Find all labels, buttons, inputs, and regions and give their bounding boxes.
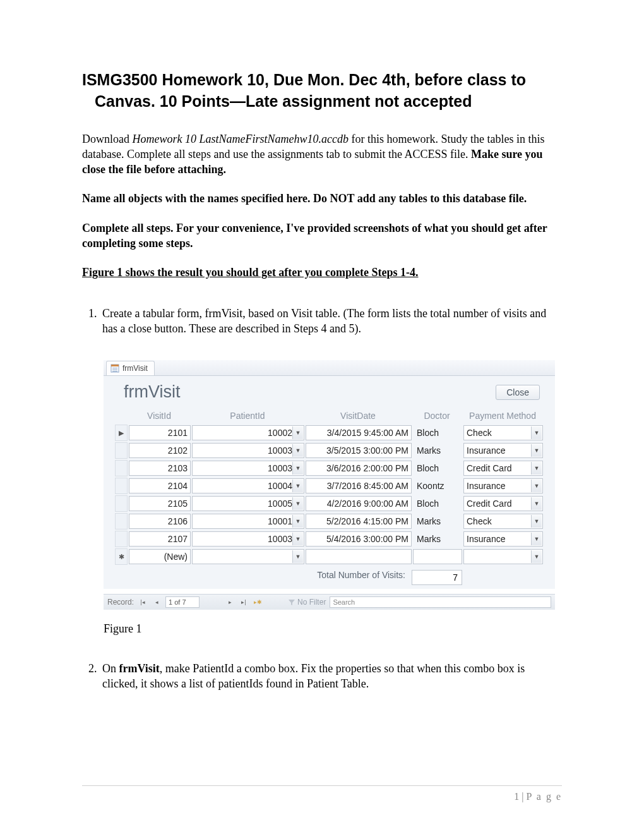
figure-intro: Figure 1 shows the result you should get… (82, 265, 562, 280)
visitid-cell[interactable]: 2104 (129, 478, 191, 493)
chevron-down-icon[interactable]: ▼ (292, 426, 303, 439)
visitdate-cell[interactable]: 3/4/2015 9:45:00 AM (306, 425, 412, 440)
table-row: 210210003▼3/5/2015 3:00:00 PMMarksInsura… (115, 442, 544, 459)
row-selector[interactable] (115, 531, 128, 547)
table-row: ✱(New)▼▼ (115, 548, 544, 565)
chevron-down-icon[interactable]: ▼ (531, 497, 542, 510)
chevron-down-icon[interactable]: ▼ (531, 515, 542, 528)
chevron-down-icon[interactable]: ▼ (292, 515, 303, 528)
search-input[interactable]: Search (330, 596, 551, 608)
visitdate-cell[interactable]: 3/5/2015 3:00:00 PM (306, 443, 412, 458)
visitdate-cell[interactable]: 5/2/2016 4:15:00 PM (306, 514, 412, 529)
row-selector[interactable]: ▶ (115, 425, 128, 441)
patientid-combo[interactable]: 10003▼ (192, 531, 304, 547)
payment-combo[interactable]: Insurance▼ (463, 478, 543, 493)
chevron-down-icon[interactable]: ▼ (292, 533, 303, 545)
doctor-cell[interactable]: Bloch (413, 425, 462, 440)
payment-combo[interactable]: Credit Card▼ (463, 496, 543, 511)
payment-combo[interactable]: Check▼ (463, 425, 543, 440)
nav-first-icon[interactable]: |◂ (138, 597, 148, 607)
row-selector[interactable] (115, 495, 128, 512)
visitdate-cell[interactable]: 3/6/2016 2:00:00 PM (306, 461, 412, 476)
header-visitdate: VisitDate (304, 409, 412, 422)
tab-label: frmVisit (122, 364, 148, 373)
patientid-combo[interactable]: 10004▼ (192, 478, 304, 493)
visitdate-cell[interactable]: 5/4/2016 3:00:00 PM (306, 531, 412, 547)
visitdate-cell[interactable] (306, 549, 412, 564)
nav-new-icon[interactable]: ▸✱ (253, 597, 263, 607)
chevron-down-icon[interactable]: ▼ (531, 444, 542, 457)
filter-text: No Filter (297, 598, 326, 607)
record-label: Record: (107, 598, 134, 607)
total-label: Total Number of Visits: (128, 570, 412, 585)
visitid-cell[interactable]: 2106 (129, 514, 191, 529)
chevron-down-icon[interactable]: ▼ (292, 480, 303, 492)
doctor-cell[interactable]: Koontz (413, 478, 462, 493)
chevron-down-icon[interactable]: ▼ (292, 444, 303, 457)
doctor-cell[interactable]: Marks (413, 531, 462, 547)
patientid-combo[interactable]: 10003▼ (192, 461, 304, 476)
record-position[interactable]: 1 of 7 (165, 596, 200, 608)
record-navigator: Record: |◂ ◂ 1 of 7 ▸ ▸| ▸✱ No Filter Se… (104, 594, 555, 610)
patientid-combo[interactable]: 10003▼ (192, 443, 304, 458)
chevron-down-icon[interactable]: ▼ (292, 462, 303, 474)
patientid-combo[interactable]: 10002▼ (192, 425, 304, 440)
row-selector[interactable] (115, 478, 128, 494)
row-selector[interactable] (115, 460, 128, 476)
filter-icon (288, 598, 295, 606)
tab-frmvisit[interactable]: frmVisit (106, 361, 155, 375)
step-2-bold: frmVisit (119, 662, 160, 675)
doctor-cell[interactable]: Marks (413, 443, 462, 458)
patientid-combo[interactable]: ▼ (192, 549, 304, 564)
filter-indicator[interactable]: No Filter (288, 598, 326, 607)
visitdate-cell[interactable]: 4/2/2016 9:00:00 AM (306, 496, 412, 511)
visitid-cell[interactable]: 2103 (129, 461, 191, 476)
visitid-cell[interactable]: 2105 (129, 496, 191, 511)
visitdate-cell[interactable]: 3/7/2016 8:45:00 AM (306, 478, 412, 493)
visitid-cell[interactable]: (New) (129, 549, 191, 564)
payment-combo[interactable]: ▼ (463, 549, 543, 564)
doctor-cell[interactable]: Bloch (413, 496, 462, 511)
complete-note: Complete all steps. For your convenience… (82, 221, 562, 251)
form-title: frmVisit (124, 382, 181, 402)
chevron-down-icon[interactable]: ▼ (531, 462, 542, 474)
doctor-cell[interactable] (413, 549, 462, 564)
header-payment: Payment Method (462, 409, 543, 422)
page-footer: 1 | P a g e (82, 785, 562, 802)
table-row: ▶210110002▼3/4/2015 9:45:00 AMBlochCheck… (115, 425, 544, 441)
step-2: On frmVisit, make PatientId a combo box.… (100, 661, 562, 692)
form-icon (110, 364, 119, 373)
row-selector[interactable] (115, 513, 128, 529)
chevron-down-icon[interactable]: ▼ (531, 550, 542, 563)
svg-rect-1 (111, 365, 119, 366)
payment-combo[interactable]: Insurance▼ (463, 443, 543, 458)
visitid-cell[interactable]: 2101 (129, 425, 191, 440)
visitid-cell[interactable]: 2102 (129, 443, 191, 458)
intro-download-pre: Download (82, 133, 133, 145)
chevron-down-icon[interactable]: ▼ (531, 480, 542, 492)
visitid-cell[interactable]: 2107 (129, 531, 191, 547)
payment-combo[interactable]: Insurance▼ (463, 531, 543, 547)
table-row: 210410004▼3/7/2016 8:45:00 AMKoontzInsur… (115, 478, 544, 494)
row-selector[interactable] (115, 442, 128, 459)
chevron-down-icon[interactable]: ▼ (531, 533, 542, 545)
figure-caption: Figure 1 (104, 622, 562, 636)
chevron-down-icon[interactable]: ▼ (531, 426, 542, 439)
naming-note: Name all objects with the names specifie… (82, 191, 562, 206)
step-2-post: , make PatientId a combo box. Fix the pr… (102, 662, 525, 690)
chevron-down-icon[interactable]: ▼ (292, 497, 303, 510)
doctor-cell[interactable]: Marks (413, 514, 462, 529)
nav-last-icon[interactable]: ▸| (239, 597, 249, 607)
payment-combo[interactable]: Credit Card▼ (463, 461, 543, 476)
close-button[interactable]: Close (496, 385, 540, 400)
nav-next-icon[interactable]: ▸ (225, 597, 235, 607)
patientid-combo[interactable]: 10005▼ (192, 496, 304, 511)
row-selector[interactable]: ✱ (115, 548, 128, 565)
nav-prev-icon[interactable]: ◂ (152, 597, 162, 607)
chevron-down-icon[interactable]: ▼ (292, 550, 303, 563)
intro-para: Download Homework 10 LastNameFirstNamehw… (82, 131, 562, 178)
payment-combo[interactable]: Check▼ (463, 514, 543, 529)
patientid-combo[interactable]: 10001▼ (192, 514, 304, 529)
doctor-cell[interactable]: Bloch (413, 461, 462, 476)
table-row: 210510005▼4/2/2016 9:00:00 AMBlochCredit… (115, 495, 544, 512)
